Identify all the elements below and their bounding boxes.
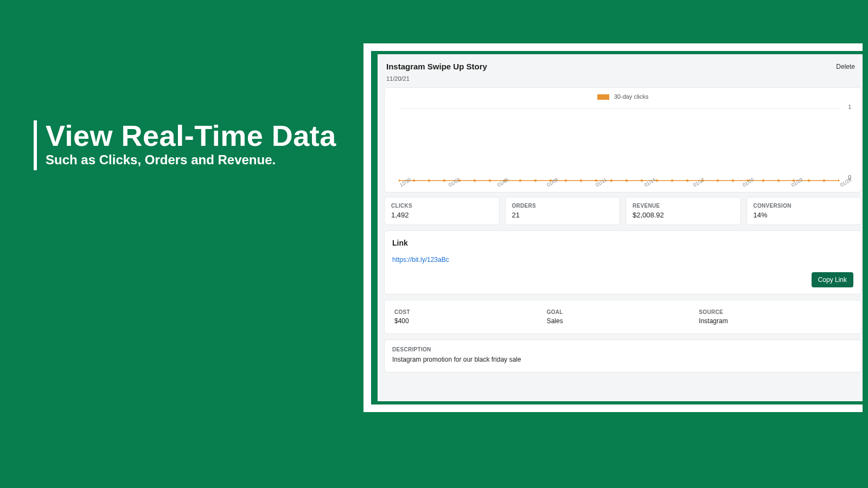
svg-point-29	[838, 179, 839, 182]
legend-label: 30-day clicks	[614, 93, 649, 100]
stat-value: $2,008.92	[633, 211, 734, 219]
hero-block: View Real-Time Data Such as Clicks, Orde…	[34, 120, 336, 168]
svg-point-9	[534, 179, 537, 182]
screenshot-frame-outer: Instagram Swipe Up Story Delete 11/20/21…	[363, 43, 863, 412]
stat-revenue: REVENUE $2,008.92	[626, 197, 741, 225]
campaign-link[interactable]: https://bit.ly/123aBc	[392, 256, 853, 264]
delete-button[interactable]: Delete	[836, 63, 855, 70]
description-value: Instagram promotion for our black friday…	[392, 356, 853, 363]
svg-point-1	[413, 179, 416, 182]
svg-point-6	[489, 179, 492, 182]
x-tick-label: 01/26	[839, 183, 844, 191]
stat-label: ORDERS	[512, 203, 614, 209]
hero-subtitle: Such as Clicks, Orders and Revenue.	[46, 152, 336, 168]
svg-point-22	[732, 179, 735, 182]
svg-point-3	[443, 179, 446, 182]
svg-point-11	[565, 179, 567, 182]
x-tick-label: 01/11	[595, 183, 599, 191]
x-axis-ticks: 12/3001/0201/0501/0801/1101/1401/1701/20…	[399, 183, 839, 192]
svg-point-5	[474, 179, 476, 182]
meta-card: COST $400 GOAL Sales SOURCE Instagram	[384, 300, 861, 334]
svg-point-2	[428, 179, 431, 182]
chart-area: 1 0 12/3001/0201/0501/0801/1101/1401/170…	[390, 102, 856, 189]
svg-point-0	[399, 179, 400, 182]
stat-label: CLICKS	[391, 203, 493, 209]
stats-row: CLICKS 1,492 ORDERS 21 REVENUE $2,008.92…	[384, 197, 861, 225]
screenshot-frame-inner: Instagram Swipe Up Story Delete 11/20/21…	[371, 51, 863, 404]
meta-value: Sales	[547, 317, 699, 325]
description-card: DESCRIPTION Instagram promotion for our …	[384, 339, 861, 373]
link-actions: Copy Link	[392, 272, 853, 287]
description-label: DESCRIPTION	[392, 346, 853, 352]
stat-value: 14%	[754, 211, 855, 219]
x-tick-label: 12/30	[399, 183, 403, 191]
svg-point-21	[717, 179, 719, 182]
app-panel: Instagram Swipe Up Story Delete 11/20/21…	[378, 54, 863, 401]
legend-swatch-icon	[597, 94, 609, 100]
x-tick-label: 01/05	[496, 183, 501, 191]
stat-conversion: CONVERSION 14%	[746, 197, 862, 225]
svg-point-15	[626, 179, 628, 182]
x-tick-label: 01/08	[546, 183, 550, 191]
svg-point-18	[671, 179, 674, 182]
y-tick-top: 1	[848, 104, 851, 110]
stat-value: 1,492	[391, 211, 493, 219]
stat-value: 21	[512, 211, 614, 219]
app-header: Instagram Swipe Up Story Delete	[384, 60, 863, 72]
chart-legend: 30-day clicks	[390, 93, 856, 100]
page-title: Instagram Swipe Up Story	[386, 62, 487, 71]
meta-label: SOURCE	[699, 309, 851, 315]
stat-clicks: CLICKS 1,492	[384, 197, 500, 225]
meta-label: GOAL	[547, 309, 699, 315]
svg-point-28	[823, 179, 826, 182]
x-tick-label: 01/23	[790, 183, 795, 191]
svg-point-16	[641, 179, 643, 182]
x-tick-label: 01/02	[448, 183, 452, 191]
meta-cost: COST $400	[394, 309, 547, 325]
chart-line	[399, 178, 839, 183]
svg-point-19	[686, 179, 689, 182]
svg-point-24	[762, 179, 765, 182]
meta-label: COST	[394, 309, 547, 315]
stat-orders: ORDERS 21	[505, 197, 621, 225]
chart-card: 30-day clicks 1 0 12/3001/0201/0501/0801…	[384, 87, 861, 192]
svg-point-12	[580, 179, 583, 182]
svg-point-14	[610, 179, 613, 182]
stat-label: REVENUE	[633, 203, 734, 209]
x-tick-label: 01/20	[742, 183, 746, 191]
link-title: Link	[392, 239, 853, 247]
chart-gridline	[399, 108, 839, 109]
x-tick-label: 01/17	[692, 183, 697, 191]
copy-link-button[interactable]: Copy Link	[812, 272, 853, 287]
meta-value: $400	[394, 317, 547, 325]
svg-point-8	[519, 179, 522, 182]
hero-rule	[34, 120, 37, 170]
hero-title: View Real-Time Data	[46, 120, 336, 151]
svg-point-25	[777, 179, 780, 182]
campaign-date: 11/20/21	[384, 72, 863, 87]
meta-source: SOURCE Instagram	[699, 309, 851, 325]
meta-goal: GOAL Sales	[547, 309, 699, 325]
link-card: Link https://bit.ly/123aBc Copy Link	[384, 230, 861, 294]
svg-point-27	[808, 179, 810, 182]
x-tick-label: 01/14	[643, 183, 648, 191]
meta-value: Instagram	[699, 317, 851, 325]
stat-label: CONVERSION	[754, 203, 855, 209]
